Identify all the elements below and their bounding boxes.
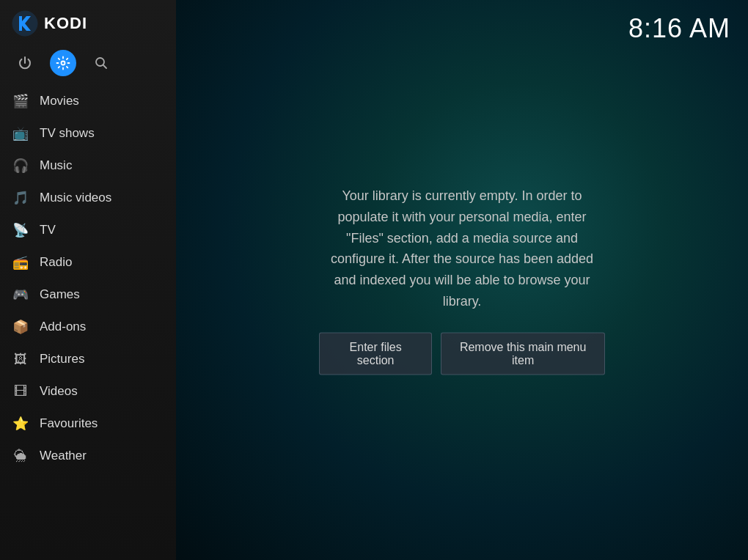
- sidebar-item-addons[interactable]: 📦Add-ons: [0, 311, 176, 343]
- sidebar-item-tv[interactable]: 📡TV: [0, 214, 176, 246]
- music-icon: 🎧: [12, 157, 29, 174]
- sidebar-item-label-weather: Weather: [40, 449, 87, 463]
- nav-list: 🎬Movies📺TV shows🎧Music🎵Music videos📡TV📻R…: [0, 85, 176, 472]
- sidebar-item-favourites[interactable]: ⭐Favourites: [0, 408, 176, 440]
- sidebar-item-label-radio: Radio: [40, 255, 72, 270]
- top-icon-bar: [0, 47, 176, 85]
- enter-files-button[interactable]: Enter files section: [319, 332, 432, 375]
- movies-icon: 🎬: [12, 92, 29, 110]
- svg-point-3: [96, 58, 104, 66]
- empty-library-message: Your library is currently empty. In orde…: [319, 185, 605, 375]
- sidebar-item-musicvideos[interactable]: 🎵Music videos: [0, 182, 176, 214]
- settings-button[interactable]: [50, 50, 76, 76]
- weather-icon: 🌦: [12, 447, 29, 465]
- sidebar-item-label-music: Music: [40, 158, 72, 173]
- sidebar-item-label-pictures: Pictures: [40, 352, 84, 366]
- gear-icon: [56, 56, 70, 70]
- videos-icon: 🎞: [12, 383, 29, 400]
- sidebar-item-pictures[interactable]: 🖼Pictures: [0, 343, 176, 375]
- remove-menu-item-button[interactable]: Remove this main menu item: [441, 332, 605, 375]
- games-icon: 🎮: [12, 286, 29, 303]
- search-button[interactable]: [88, 50, 114, 76]
- logo-bar: KODI: [0, 0, 176, 47]
- addons-icon: 📦: [12, 318, 29, 336]
- radio-icon: 📻: [12, 254, 29, 271]
- sidebar-item-movies[interactable]: 🎬Movies: [0, 85, 176, 117]
- tvshows-icon: 📺: [12, 125, 29, 142]
- favourites-icon: ⭐: [12, 415, 29, 432]
- musicvideos-icon: 🎵: [12, 189, 29, 207]
- svg-point-2: [62, 62, 65, 65]
- sidebar-item-label-movies: Movies: [40, 94, 79, 108]
- time-display: 8:16 AM: [628, 13, 730, 44]
- action-buttons: Enter files section Remove this main men…: [319, 332, 605, 375]
- library-empty-text: Your library is currently empty. In orde…: [319, 185, 605, 312]
- sidebar-item-music[interactable]: 🎧Music: [0, 150, 176, 182]
- sidebar-item-weather[interactable]: 🌦Weather: [0, 440, 176, 472]
- pictures-icon: 🖼: [12, 350, 29, 368]
- kodi-logo[interactable]: KODI: [12, 10, 87, 37]
- sidebar-item-videos[interactable]: 🎞Videos: [0, 375, 176, 408]
- main-content: 8:16 AM Your library is currently empty.…: [176, 0, 748, 560]
- sidebar-item-label-videos: Videos: [40, 384, 78, 399]
- power-button[interactable]: [12, 50, 38, 76]
- sidebar-item-label-favourites: Favourites: [40, 416, 98, 431]
- kodi-logo-icon: [12, 10, 38, 37]
- power-icon: [18, 56, 32, 70]
- app-title: KODI: [44, 14, 87, 33]
- sidebar-item-games[interactable]: 🎮Games: [0, 279, 176, 311]
- tv-icon: 📡: [12, 221, 29, 239]
- sidebar-item-tvshows[interactable]: 📺TV shows: [0, 117, 176, 150]
- sidebar-item-label-addons: Add-ons: [40, 320, 86, 334]
- sidebar-item-label-tvshows: TV shows: [40, 126, 95, 141]
- search-icon: [94, 56, 109, 70]
- sidebar-item-label-musicvideos: Music videos: [40, 191, 111, 205]
- sidebar-item-label-tv: TV: [40, 223, 56, 237]
- sidebar-item-label-games: Games: [40, 287, 80, 302]
- sidebar-item-radio[interactable]: 📻Radio: [0, 246, 176, 279]
- sidebar: KODI 🎬Movies📺TV shows🎧Music🎵Music videos…: [0, 0, 176, 560]
